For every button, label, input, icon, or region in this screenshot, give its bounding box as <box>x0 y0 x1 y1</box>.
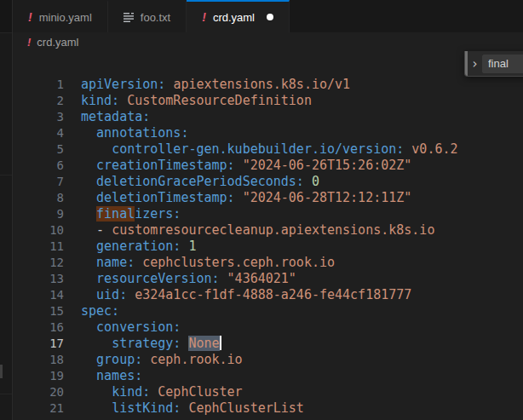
code-line-text: creationTimestamp: "2024-06-26T15:26:02Z… <box>81 158 411 174</box>
code-line[interactable]: 19 names: <box>13 368 523 384</box>
find-widget: › <box>464 51 523 77</box>
code-token <box>81 141 112 157</box>
code-token <box>404 141 411 157</box>
code-line[interactable]: 12 name: cephclusters.ceph.rook.io <box>13 255 523 271</box>
breadcrumb-file-label: crd.yaml <box>37 36 78 49</box>
code-token: spec: <box>81 303 119 319</box>
code-line[interactable]: 14 uid: e324a1cc-f1df-4888-a246-fe44cf18… <box>13 287 523 303</box>
line-number[interactable]: 20 <box>13 384 64 400</box>
tab-crd-yaml[interactable]: !crd.yaml <box>187 0 290 32</box>
code-token <box>150 384 158 400</box>
code-line[interactable]: 7 deletionGracePeriodSeconds: 0 <box>13 174 523 190</box>
text-lines-icon <box>124 12 134 22</box>
code-line[interactable]: 16 conversion: <box>13 319 523 336</box>
code-token: cephclusters.ceph.rook.io <box>142 255 335 270</box>
code-line-text: spec: <box>81 303 119 319</box>
code-token: annotations: <box>96 125 188 141</box>
line-number[interactable]: 17 <box>13 336 64 352</box>
line-number[interactable]: 12 <box>13 255 64 271</box>
code-area[interactable]: 1apiVersion: apiextensions.k8s.io/v12kin… <box>13 77 523 420</box>
code-token: resourceVersion: <box>96 271 220 286</box>
code-token: kind: <box>112 384 150 400</box>
editor-pane[interactable]: › 1apiVersion: apiextensions.k8s.io/v12k… <box>13 51 523 420</box>
line-number[interactable]: 4 <box>13 125 64 141</box>
line-number[interactable]: 7 <box>13 174 64 190</box>
code-line[interactable]: 6 creationTimestamp: "2024-06-26T15:26:0… <box>13 158 523 174</box>
modified-indicator-dot[interactable] <box>267 14 273 20</box>
left-edge-top-segment <box>0 0 12 33</box>
code-line[interactable]: 2kind: CustomResourceDefinition <box>13 93 523 109</box>
line-number[interactable]: 15 <box>13 303 64 319</box>
code-line-text: controller-gen.kubebuilder.io/version: v… <box>81 141 458 158</box>
code-token <box>81 125 96 141</box>
tab-label: minio.yaml <box>39 11 92 24</box>
code-token <box>235 190 243 205</box>
code-line[interactable]: 1apiVersion: apiextensions.k8s.io/v1 <box>13 77 523 93</box>
code-line-text: deletionTimestamp: "2024-06-28T12:12:11Z… <box>81 190 411 206</box>
line-number[interactable]: 18 <box>13 352 64 368</box>
code-line-text: uid: e324a1cc-f1df-4888-a246-fe44cf18177… <box>81 287 411 303</box>
code-token: generation: <box>96 239 181 254</box>
find-expand-chevron-icon[interactable]: › <box>468 52 482 76</box>
code-line[interactable]: 4 annotations: <box>13 125 523 141</box>
breadcrumb[interactable]: ! crd.yaml <box>13 32 523 51</box>
code-line[interactable]: 21 listKind: CephClusterList <box>13 400 523 417</box>
code-line[interactable]: 5 controller-gen.kubebuilder.io/version:… <box>13 141 523 158</box>
code-token: CustomResourceDefinition <box>127 93 312 108</box>
line-number[interactable]: 19 <box>13 368 64 384</box>
code-line[interactable]: 13 resourceVersion: "4364021" <box>13 271 523 287</box>
code-line[interactable]: 11 generation: 1 <box>13 239 523 255</box>
find-input[interactable] <box>482 55 523 73</box>
code-line[interactable]: 15spec: <box>13 303 523 319</box>
line-number[interactable]: 21 <box>13 400 64 417</box>
yaml-file-icon: ! <box>27 37 31 48</box>
code-line[interactable]: 20 kind: CephCluster <box>13 384 523 400</box>
code-token <box>81 352 96 367</box>
line-number[interactable]: 3 <box>13 109 64 125</box>
line-number[interactable]: 9 <box>13 206 64 222</box>
find-match-highlight: final <box>96 206 135 222</box>
line-number[interactable]: 16 <box>13 319 64 336</box>
line-number[interactable]: 2 <box>13 93 64 109</box>
line-number[interactable]: 5 <box>13 141 64 158</box>
line-number[interactable]: 6 <box>13 158 64 174</box>
code-token: kind: <box>81 93 119 108</box>
line-number[interactable]: 13 <box>13 271 64 287</box>
code-line[interactable]: 9 finalizers: <box>13 206 523 222</box>
code-token: "4364021" <box>227 271 296 286</box>
code-token <box>119 93 127 108</box>
code-token: CephClusterList <box>188 400 303 416</box>
code-token: listKind: <box>112 400 181 416</box>
line-number[interactable]: 10 <box>13 222 64 239</box>
code-token: strategy: <box>112 336 181 351</box>
code-line-text: deletionGracePeriodSeconds: 0 <box>81 174 319 190</box>
line-number[interactable]: 1 <box>13 77 64 93</box>
tab-label: foo.txt <box>141 11 170 24</box>
left-edge-scrollbar-thumb[interactable] <box>0 365 3 378</box>
code-line[interactable]: 18 group: ceph.rook.io <box>13 352 523 368</box>
line-number[interactable]: 14 <box>13 287 64 303</box>
code-line-text: names: <box>81 368 142 384</box>
line-number[interactable]: 8 <box>13 190 64 206</box>
code-token <box>81 384 112 400</box>
code-token <box>81 400 112 416</box>
code-line-text: kind: CephCluster <box>81 384 243 400</box>
code-line[interactable]: 10 - customresourcecleanup.apiextensions… <box>13 222 523 239</box>
code-token <box>81 319 96 335</box>
code-token: metadata: <box>81 109 150 124</box>
tab-minio-yaml[interactable]: !minio.yaml <box>13 0 108 32</box>
code-line-text: generation: 1 <box>81 239 196 255</box>
code-token <box>81 158 96 173</box>
code-line[interactable]: 3metadata: <box>13 109 523 125</box>
code-token: e324a1cc-f1df-4888-a246-fe44cf181777 <box>135 287 411 302</box>
tab-foo-txt[interactable]: foo.txt <box>108 0 187 32</box>
code-token: conversion: <box>96 319 181 335</box>
code-line[interactable]: 8 deletionTimestamp: "2024-06-28T12:12:1… <box>13 190 523 206</box>
code-line[interactable]: 17 strategy: None <box>13 336 523 352</box>
code-token <box>81 271 96 286</box>
line-number[interactable]: 11 <box>13 239 64 255</box>
text-cursor <box>220 336 221 350</box>
code-token: CephCluster <box>158 384 242 400</box>
code-token: uid: <box>96 287 127 302</box>
code-line-text: annotations: <box>81 125 188 141</box>
